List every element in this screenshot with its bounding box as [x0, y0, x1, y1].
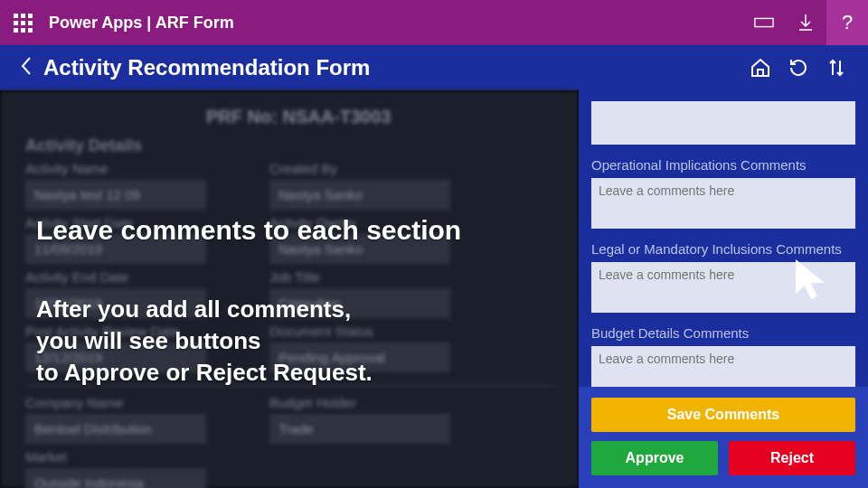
comments-general[interactable] — [591, 101, 855, 145]
reject-button[interactable]: Reject — [729, 441, 855, 475]
comments-budget[interactable] — [591, 346, 855, 389]
input-end-date[interactable]: 12/11/2019 — [25, 288, 206, 318]
label-op-comments: Operational Implications Comments — [591, 157, 855, 173]
input-doc-status[interactable]: Pending Approval — [269, 343, 450, 372]
input-start-date[interactable]: 11/09/2019 — [25, 234, 206, 264]
input-review-date[interactable]: 12/12/2019 — [25, 343, 206, 372]
page-nav: Activity Recommendation Form — [0, 45, 868, 90]
label-legal-comments: Legal or Mandatory Inclusions Comments — [591, 241, 855, 257]
form-panel: PRF No: NSAA-T3003 Activity Details Acti… — [0, 90, 579, 488]
input-budget-holder[interactable]: Trade — [269, 414, 450, 444]
label-activity-name: Activity Name — [25, 161, 251, 176]
comments-panel: Operational Implications Comments Legal … — [579, 90, 868, 488]
prf-number: PRF No: NSAA-T3003 — [206, 107, 579, 127]
label-end-date: Activity End Date — [25, 269, 251, 285]
section-header-activity: Activity Details — [25, 136, 579, 155]
comments-operational[interactable] — [591, 178, 855, 229]
action-buttons: Save Comments Approve Reject — [579, 387, 868, 488]
label-start-date: Activity Start Date — [25, 215, 251, 230]
divider — [25, 385, 557, 386]
label-budget-comments: Budget Details Comments — [591, 325, 855, 341]
input-market[interactable]: Outside Indonesia — [25, 468, 206, 488]
input-company[interactable]: Bentoel Distribution — [25, 414, 206, 444]
label-review-date: Post Activity Review Date — [25, 324, 251, 339]
refresh-icon[interactable] — [779, 49, 817, 87]
fit-to-window-icon[interactable] — [743, 0, 785, 45]
app-header: Power Apps | ARF Form ? — [0, 0, 868, 45]
app-title: Power Apps | ARF Form — [49, 14, 234, 33]
input-owner[interactable]: Nastya Sanko — [269, 234, 450, 264]
app-launcher-icon[interactable] — [0, 0, 45, 45]
label-job-title: Job Title — [269, 269, 495, 285]
page-title: Activity Recommendation Form — [43, 55, 370, 80]
label-budget-holder: Budget Holder — [269, 395, 495, 410]
save-comments-button[interactable]: Save Comments — [591, 398, 855, 432]
back-icon[interactable] — [13, 56, 40, 80]
input-activity-name[interactable]: Nastya test 12 09 — [25, 180, 206, 210]
comments-legal[interactable] — [591, 262, 855, 313]
input-job-title[interactable]: Consultan — [269, 288, 450, 318]
label-company: Company Name — [25, 395, 251, 410]
svg-rect-0 — [755, 18, 773, 26]
help-icon[interactable]: ? — [826, 0, 868, 45]
input-created-by[interactable]: Nastya Sanko — [269, 180, 450, 210]
label-doc-status: Document Status — [269, 324, 495, 339]
download-icon[interactable] — [785, 0, 826, 45]
label-market: Market — [25, 449, 251, 465]
sort-icon[interactable] — [817, 49, 855, 87]
home-icon[interactable] — [741, 49, 779, 87]
approve-button[interactable]: Approve — [591, 441, 718, 475]
label-owner: Activity Owner — [269, 215, 495, 230]
label-created-by: Created By — [269, 161, 495, 176]
